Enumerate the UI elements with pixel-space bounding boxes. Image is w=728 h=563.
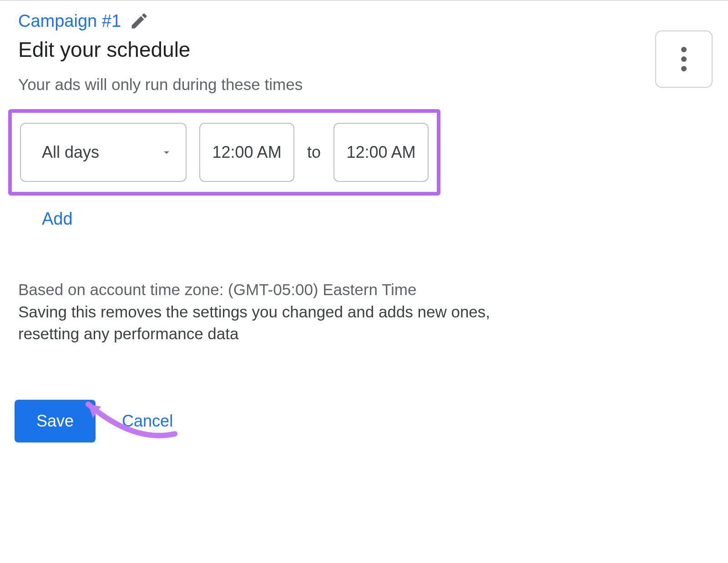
campaign-row: Campaign #1	[18, 11, 728, 31]
to-label: to	[307, 143, 321, 162]
svg-point-0	[681, 47, 687, 52]
page-title: Edit your schedule	[18, 37, 728, 62]
content-area: Campaign #1 Edit your schedule Your ads …	[0, 11, 728, 442]
warning-note: Saving this removes the settings you cha…	[18, 301, 519, 344]
start-time-value: 12:00 AM	[212, 143, 282, 162]
button-row: Save Cancel	[15, 400, 728, 442]
days-select-value: All days	[42, 143, 99, 162]
pencil-icon[interactable]	[129, 11, 149, 31]
end-time-input[interactable]: 12:00 AM	[334, 123, 429, 182]
page-subtitle: Your ads will only run during these time…	[18, 75, 728, 94]
svg-point-1	[681, 56, 687, 62]
start-time-input[interactable]: 12:00 AM	[199, 123, 294, 182]
page-container: Campaign #1 Edit your schedule Your ads …	[0, 0, 728, 563]
add-button[interactable]: Add	[42, 209, 73, 229]
schedule-row-highlight: All days 12:00 AM to 12:00 AM	[8, 109, 440, 196]
timezone-note: Based on account time zone: (GMT-05:00) …	[18, 279, 519, 300]
chevron-down-icon	[160, 146, 173, 159]
vertical-dots-icon	[681, 46, 687, 72]
end-time-value: 12:00 AM	[346, 143, 415, 162]
cancel-button[interactable]: Cancel	[122, 412, 173, 431]
svg-point-2	[681, 66, 687, 71]
save-button[interactable]: Save	[15, 400, 96, 442]
campaign-link[interactable]: Campaign #1	[18, 11, 121, 31]
days-select[interactable]: All days	[20, 123, 187, 182]
more-options-button[interactable]	[655, 30, 713, 88]
